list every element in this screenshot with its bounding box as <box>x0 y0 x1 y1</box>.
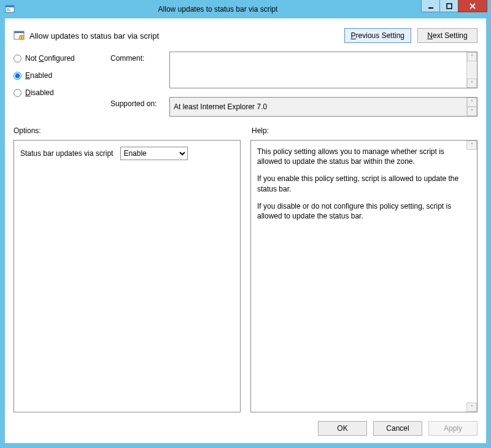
scroll-up-icon[interactable]: ˄ <box>467 52 477 61</box>
svg-rect-4 <box>428 7 433 9</box>
supported-row: Supported on: At least Internet Explorer… <box>110 97 477 117</box>
minimize-button[interactable] <box>421 0 439 12</box>
radio-not-configured[interactable]: Not Configured <box>14 54 99 63</box>
scroll-up-icon[interactable]: ˄ <box>467 98 477 107</box>
help-p1: This policy setting allows you to manage… <box>257 147 463 166</box>
svg-rect-5 <box>447 4 452 9</box>
ok-button[interactable]: OK <box>318 421 367 436</box>
help-scrollbar[interactable]: ˄ ˅ <box>466 141 477 412</box>
dialog-content: Allow updates to status bar via script P… <box>5 18 486 443</box>
svg-rect-3 <box>7 10 10 10</box>
option-status-select[interactable]: Enable Disable <box>120 147 188 160</box>
svg-rect-7 <box>14 31 24 33</box>
options-label: Options: <box>14 126 246 135</box>
help-panel: This policy setting allows you to manage… <box>250 140 477 412</box>
comment-label: Comment: <box>110 52 163 63</box>
cancel-button[interactable]: Cancel <box>373 421 422 436</box>
option-status-row: Status bar updates via script Enable Dis… <box>20 147 226 160</box>
comment-row: Comment: ˄ ˅ <box>110 52 477 88</box>
panels: Status bar updates via script Enable Dis… <box>14 140 477 412</box>
scroll-down-icon[interactable]: ˅ <box>467 79 477 88</box>
header-left: Allow updates to status bar via script <box>14 30 159 41</box>
scroll-down-icon[interactable]: ˅ <box>466 403 477 412</box>
next-setting-button[interactable]: Next Setting <box>417 28 477 43</box>
titlebar-title: Allow updates to status bar via script <box>15 5 421 14</box>
app-icon <box>5 4 15 14</box>
radio-not-configured-input[interactable] <box>14 55 21 63</box>
supported-label: Supported on: <box>110 97 163 108</box>
help-text: This policy setting allows you to manage… <box>257 147 463 221</box>
help-p2: If you enable this policy setting, scrip… <box>257 174 463 193</box>
scroll-down-icon[interactable]: ˅ <box>467 107 477 116</box>
help-p3: If you disable or do not configure this … <box>257 201 463 221</box>
option-status-label: Status bar updates via script <box>20 149 113 158</box>
radio-enabled-input[interactable] <box>14 72 21 80</box>
fields-col: Comment: ˄ ˅ Supported on: At least Inte… <box>110 52 477 117</box>
apply-button[interactable]: Apply <box>428 421 477 436</box>
state-radio-group: Not Configured Enabled Disabled <box>14 52 99 117</box>
previous-setting-button[interactable]: Previous Setting <box>344 28 411 43</box>
supported-scrollbar[interactable]: ˄ ˅ <box>466 98 477 116</box>
close-button[interactable] <box>458 0 487 12</box>
config-row: Not Configured Enabled Disabled Comment: <box>14 52 477 117</box>
footer-buttons: OK Cancel Apply <box>14 412 477 436</box>
supported-value: At least Internet Explorer 7.0 <box>174 102 267 111</box>
header-row: Allow updates to status bar via script P… <box>14 25 477 52</box>
comment-scrollbar[interactable]: ˄ ˅ <box>466 52 477 88</box>
svg-rect-9 <box>21 36 22 39</box>
policy-icon <box>14 30 25 41</box>
policy-title: Allow updates to status bar via script <box>29 31 159 41</box>
help-label: Help: <box>246 126 477 135</box>
titlebar[interactable]: Allow updates to status bar via script <box>0 0 491 18</box>
scroll-up-icon[interactable]: ˄ <box>466 141 477 150</box>
supported-box: At least Internet Explorer 7.0 ˄ ˅ <box>169 97 477 117</box>
nav-buttons: Previous Setting Next Setting <box>344 28 477 43</box>
radio-disabled[interactable]: Disabled <box>14 88 99 97</box>
options-panel: Status bar updates via script Enable Dis… <box>14 140 241 412</box>
dialog-window: Allow updates to status bar via script A… <box>0 0 491 448</box>
radio-enabled[interactable]: Enabled <box>14 71 99 80</box>
radio-disabled-input[interactable] <box>14 89 21 97</box>
comment-textarea[interactable]: ˄ ˅ <box>169 52 477 88</box>
window-controls <box>421 0 491 14</box>
maximize-button[interactable] <box>439 0 458 12</box>
svg-rect-2 <box>7 9 9 9</box>
svg-rect-1 <box>6 6 14 7</box>
panels-header: Options: Help: <box>14 126 477 135</box>
